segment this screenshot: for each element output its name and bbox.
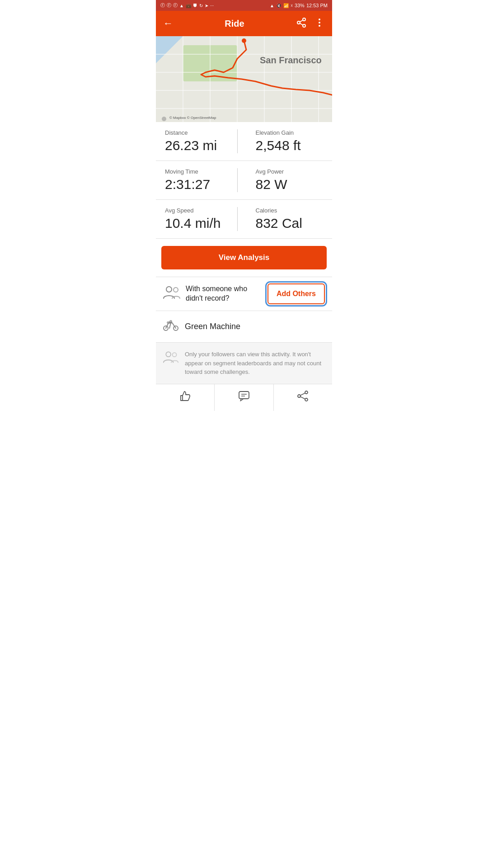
status-bar-right: ▲ 🔇 📶 ☓ 33% 12:53 PM xyxy=(270,3,328,8)
add-others-button[interactable]: Add Others xyxy=(267,283,325,304)
map-container: San Francisco © Mapbox © OpenStreetMap xyxy=(156,36,332,122)
svg-line-40 xyxy=(300,393,305,396)
svg-line-3 xyxy=(300,23,303,25)
fb-icon-3: Ⓕ xyxy=(173,2,178,9)
status-bar-left: Ⓕ Ⓕ Ⓕ ▲ 💼 ⛊ ↻ ➤ ··· xyxy=(160,2,214,9)
svg-text:© Mapbox © OpenStreetMap: © Mapbox © OpenStreetMap xyxy=(169,116,216,120)
bike-icon xyxy=(163,319,178,334)
more-button[interactable] xyxy=(314,17,325,30)
avg-speed-label: Avg Speed xyxy=(165,207,193,214)
calories-value: 832 Cal xyxy=(256,216,302,231)
stat-divider-3 xyxy=(237,207,238,231)
bike-name: Green Machine xyxy=(185,322,240,331)
stats-row-1: Distance 26.23 mi Elevation Gain 2,548 f… xyxy=(156,122,332,161)
privacy-text: Only your followers can view this activi… xyxy=(185,350,325,377)
loop-icon: ↻ xyxy=(199,3,203,8)
calories-label: Calories xyxy=(256,207,277,214)
avg-power-label: Avg Power xyxy=(256,168,284,175)
with-someone-text: With someone who didn't record? xyxy=(186,284,262,303)
svg-point-37 xyxy=(305,391,308,394)
svg-point-25 xyxy=(166,287,172,292)
shield-icon: ⛊ xyxy=(193,3,197,8)
stat-avg-speed: Avg Speed 10.4 mi/h xyxy=(165,207,233,231)
page-title: Ride xyxy=(225,19,244,29)
svg-point-6 xyxy=(319,22,320,24)
bottom-bar xyxy=(156,384,332,411)
stat-avg-power: Avg Power 82 W xyxy=(242,168,324,192)
stats-row-3: Avg Speed 10.4 mi/h Calories 832 Cal xyxy=(156,200,332,239)
bag-icon: 💼 xyxy=(186,3,191,8)
wifi-icon: 📶 xyxy=(283,3,289,8)
moving-time-value: 2:31:27 xyxy=(165,177,210,192)
distance-value: 26.23 mi xyxy=(165,138,217,153)
header-actions xyxy=(296,17,325,30)
svg-point-21 xyxy=(242,38,246,43)
stat-divider-1 xyxy=(237,129,238,153)
avg-power-value: 82 W xyxy=(256,177,287,192)
arrow-icon: ➤ xyxy=(205,3,208,8)
stat-moving-time: Moving Time 2:31:27 xyxy=(165,168,233,192)
ellipsis-icon: ··· xyxy=(210,3,214,8)
triangle-icon: ▲ xyxy=(179,3,184,8)
elevation-value: 2,548 ft xyxy=(256,138,301,153)
elevation-label: Elevation Gain xyxy=(256,129,294,136)
share-button[interactable] xyxy=(296,17,307,30)
stat-elevation: Elevation Gain 2,548 ft xyxy=(242,129,324,153)
stat-divider-2 xyxy=(237,168,238,192)
share-action-button[interactable] xyxy=(274,384,332,411)
comment-icon xyxy=(238,390,250,405)
status-bar: Ⓕ Ⓕ Ⓕ ▲ 💼 ⛊ ↻ ➤ ··· ▲ 🔇 📶 ☓ 33% 12:53 PM xyxy=(156,0,332,11)
battery-level: 33% xyxy=(295,3,305,8)
back-button[interactable]: ← xyxy=(163,18,173,29)
fb-icon-1: Ⓕ xyxy=(160,2,165,9)
privacy-row: Only your followers can view this activi… xyxy=(156,343,332,384)
svg-point-26 xyxy=(174,288,178,292)
header: ← Ride xyxy=(156,11,332,36)
avg-speed-value: 10.4 mi/h xyxy=(165,216,221,231)
stat-calories: Calories 832 Cal xyxy=(242,207,324,231)
svg-text:San Francisco: San Francisco xyxy=(260,55,322,65)
svg-point-5 xyxy=(319,19,320,20)
svg-rect-34 xyxy=(239,392,249,399)
stats-section: Distance 26.23 mi Elevation Gain 2,548 f… xyxy=(156,122,332,239)
people-icon xyxy=(163,286,180,302)
svg-point-32 xyxy=(173,353,177,357)
time: 12:53 PM xyxy=(306,3,328,8)
fb-icon-2: Ⓕ xyxy=(167,2,171,9)
svg-point-24 xyxy=(162,117,166,121)
svg-point-31 xyxy=(166,352,171,357)
mute-icon: 🔇 xyxy=(276,3,282,8)
with-someone-row: With someone who didn't record? Add Othe… xyxy=(156,277,332,311)
bluetooth-icon: ▲ xyxy=(270,3,274,8)
stat-distance: Distance 26.23 mi xyxy=(165,129,233,153)
thumbs-up-icon xyxy=(179,390,192,405)
svg-point-38 xyxy=(298,395,300,397)
stats-row-2: Moving Time 2:31:27 Avg Power 82 W xyxy=(156,161,332,200)
distance-label: Distance xyxy=(165,129,188,136)
moving-time-label: Moving Time xyxy=(165,168,198,175)
svg-point-7 xyxy=(319,25,320,27)
like-button[interactable] xyxy=(156,384,215,411)
signal-icon: ☓ xyxy=(291,3,293,8)
svg-point-30 xyxy=(170,321,172,322)
svg-point-39 xyxy=(305,398,308,401)
svg-line-41 xyxy=(300,397,305,399)
bike-row: Green Machine xyxy=(156,311,332,343)
view-analysis-button[interactable]: View Analysis xyxy=(161,246,327,269)
svg-line-4 xyxy=(300,20,303,22)
share-icon xyxy=(296,390,309,405)
comment-button[interactable] xyxy=(215,384,273,411)
privacy-people-icon xyxy=(163,351,178,367)
